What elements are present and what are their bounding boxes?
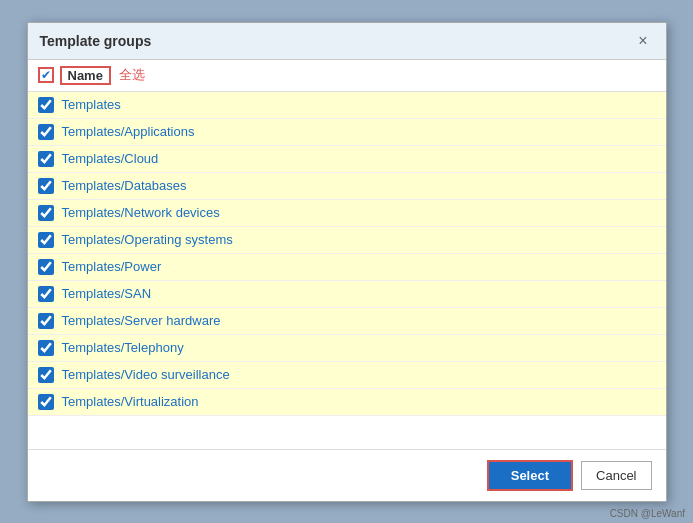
column-header: ✔ Name 全选 xyxy=(28,60,666,92)
list-item: Templates/Video surveillance xyxy=(28,362,666,389)
modal-header: Template groups × xyxy=(28,23,666,60)
modal-overlay: Template groups × ✔ Name 全选 TemplatesTem… xyxy=(0,0,693,523)
list-item: Templates/Cloud xyxy=(28,146,666,173)
item-checkbox[interactable] xyxy=(38,286,54,302)
list-item: Templates/Network devices xyxy=(28,200,666,227)
list-item: Templates xyxy=(28,92,666,119)
cancel-button[interactable]: Cancel xyxy=(581,461,651,490)
modal-body: ✔ Name 全选 TemplatesTemplates/Application… xyxy=(28,60,666,449)
select-button[interactable]: Select xyxy=(487,460,573,491)
item-checkbox[interactable] xyxy=(38,178,54,194)
list-item: Templates/Applications xyxy=(28,119,666,146)
name-column-label: Name xyxy=(60,66,111,85)
item-checkbox[interactable] xyxy=(38,259,54,275)
item-label[interactable]: Templates/Operating systems xyxy=(62,232,233,247)
item-label[interactable]: Templates/Video surveillance xyxy=(62,367,230,382)
header-check-mark: ✔ xyxy=(41,69,51,81)
watermark: CSDN @LeWanf xyxy=(610,508,685,519)
list-item: Templates/Virtualization xyxy=(28,389,666,416)
select-all-link[interactable]: 全选 xyxy=(119,66,145,84)
item-label[interactable]: Templates/Server hardware xyxy=(62,313,221,328)
item-label[interactable]: Templates/Databases xyxy=(62,178,187,193)
template-groups-modal: Template groups × ✔ Name 全选 TemplatesTem… xyxy=(27,22,667,502)
list-item: Templates/Operating systems xyxy=(28,227,666,254)
item-checkbox[interactable] xyxy=(38,367,54,383)
items-list: TemplatesTemplates/ApplicationsTemplates… xyxy=(28,92,666,416)
item-label[interactable]: Templates/Applications xyxy=(62,124,195,139)
close-button[interactable]: × xyxy=(632,31,653,51)
modal-footer: Select Cancel xyxy=(28,449,666,501)
item-label[interactable]: Templates/Telephony xyxy=(62,340,184,355)
item-label[interactable]: Templates xyxy=(62,97,121,112)
item-checkbox[interactable] xyxy=(38,205,54,221)
item-checkbox[interactable] xyxy=(38,340,54,356)
list-item: Templates/Databases xyxy=(28,173,666,200)
list-item: Templates/Telephony xyxy=(28,335,666,362)
modal-title: Template groups xyxy=(40,33,152,49)
item-label[interactable]: Templates/Virtualization xyxy=(62,394,199,409)
item-checkbox[interactable] xyxy=(38,313,54,329)
item-label[interactable]: Templates/Power xyxy=(62,259,162,274)
list-item: Templates/Power xyxy=(28,254,666,281)
item-checkbox[interactable] xyxy=(38,124,54,140)
list-item: Templates/Server hardware xyxy=(28,308,666,335)
item-checkbox[interactable] xyxy=(38,394,54,410)
item-checkbox[interactable] xyxy=(38,151,54,167)
item-checkbox[interactable] xyxy=(38,97,54,113)
item-checkbox[interactable] xyxy=(38,232,54,248)
list-item: Templates/SAN xyxy=(28,281,666,308)
item-label[interactable]: Templates/Cloud xyxy=(62,151,159,166)
item-label[interactable]: Templates/Network devices xyxy=(62,205,220,220)
select-all-checkbox[interactable]: ✔ xyxy=(38,67,54,83)
item-label[interactable]: Templates/SAN xyxy=(62,286,152,301)
